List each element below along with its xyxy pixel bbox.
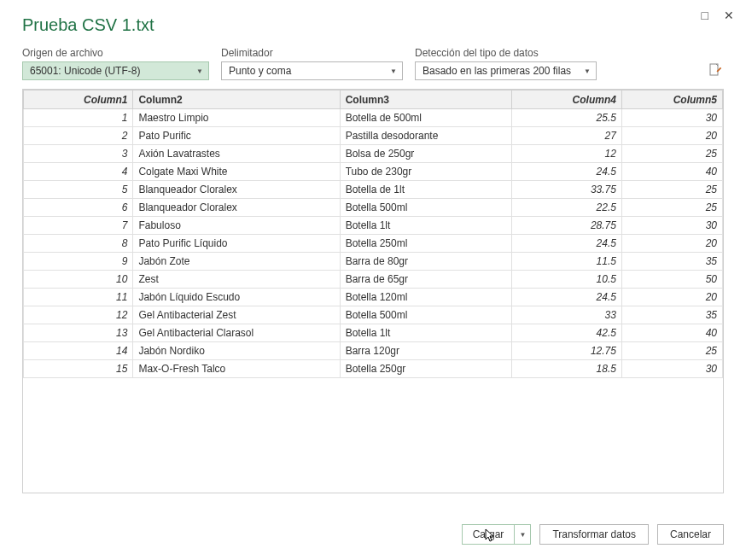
cell: 4 [24, 163, 133, 181]
cell: 22.5 [512, 199, 621, 217]
cell: Axión Lavatrastes [133, 145, 340, 163]
cell: 15 [24, 360, 133, 378]
cell: 25.5 [512, 109, 621, 127]
cell: Botella 1lt [340, 217, 512, 235]
cell: 42.5 [512, 324, 621, 342]
cell: Gel Antibacterial Zest [133, 306, 340, 324]
page-title: Prueba CSV 1.txt [22, 15, 724, 35]
table-row[interactable]: 7FabulosoBotella 1lt28.7530 [24, 217, 723, 235]
cell: Pato Purific Líquido [133, 235, 340, 253]
chevron-down-icon: ▼ [390, 67, 397, 75]
cell: Jabón Nordiko [133, 342, 340, 360]
origin-value: 65001: Unicode (UTF-8) [30, 65, 140, 77]
chevron-down-icon: ▼ [584, 67, 591, 75]
cell: 30 [621, 217, 722, 235]
table-header-row: Column1 Column2 Column3 Column4 Column5 [24, 90, 723, 109]
col-header[interactable]: Column4 [512, 90, 621, 109]
cell: Maestro Limpio [133, 109, 340, 127]
table-row[interactable]: 15Max-O-Fresh TalcoBotella 250gr18.530 [24, 360, 723, 378]
cell: 25 [621, 199, 722, 217]
cell: Tubo de 230gr [340, 163, 512, 181]
cell: 40 [621, 163, 722, 181]
svg-rect-0 [710, 64, 718, 75]
detect-dropdown[interactable]: Basado en las primeras 200 filas ▼ [415, 61, 597, 80]
cell: 5 [24, 181, 133, 199]
delimiter-dropdown[interactable]: Punto y coma ▼ [221, 61, 403, 80]
table-row[interactable]: 5Blanqueador CloralexBotella de 1lt33.75… [24, 181, 723, 199]
cell: Pastilla desodorante [340, 127, 512, 145]
cell: Pato Purific [133, 127, 340, 145]
cell: 2 [24, 127, 133, 145]
table-row[interactable]: 13Gel Antibacterial ClarasolBotella 1lt4… [24, 324, 723, 342]
col-header[interactable]: Column1 [24, 90, 133, 109]
cell: Jabón Zote [133, 253, 340, 271]
cell: 18.5 [512, 360, 621, 378]
table-row[interactable]: 3Axión LavatrastesBolsa de 250gr1225 [24, 145, 723, 163]
cell: 20 [621, 235, 722, 253]
cell: 6 [24, 199, 133, 217]
cell: Max-O-Fresh Talco [133, 360, 340, 378]
cell: 24.5 [512, 289, 621, 306]
cell: Blanqueador Cloralex [133, 199, 340, 217]
table-row[interactable]: 1Maestro LimpioBotella de 500ml25.530 [24, 109, 723, 127]
table-row[interactable]: 14Jabón NordikoBarra 120gr12.7525 [24, 342, 723, 360]
cell: 25 [621, 342, 722, 360]
cell: 10.5 [512, 271, 621, 289]
chevron-down-icon[interactable]: ▼ [515, 531, 530, 539]
cell: 3 [24, 145, 133, 163]
cell: 28.75 [512, 217, 621, 235]
table-row[interactable]: 2Pato PurificPastilla desodorante2720 [24, 127, 723, 145]
origin-label: Origen de archivo [22, 47, 209, 59]
cell: 11.5 [512, 253, 621, 271]
cell: 12 [512, 145, 621, 163]
cell: 7 [24, 217, 133, 235]
cell: 30 [621, 360, 722, 378]
table-row[interactable]: 4Colgate Maxi WhiteTubo de 230gr24.540 [24, 163, 723, 181]
window-controls: □ ✕ [702, 9, 734, 22]
cell: Botella 500ml [340, 199, 512, 217]
col-header[interactable]: Column3 [340, 90, 512, 109]
cell: 8 [24, 235, 133, 253]
load-label: Cargar [473, 528, 504, 540]
cancel-button[interactable]: Cancelar [657, 524, 724, 545]
cell: 11 [24, 289, 133, 306]
cell: 24.5 [512, 235, 621, 253]
cell: Botella de 1lt [340, 181, 512, 199]
delimiter-value: Punto y coma [229, 65, 291, 77]
cell: 33 [512, 306, 621, 324]
edit-settings-button[interactable] [707, 61, 724, 79]
cell: 13 [24, 324, 133, 342]
cell: 20 [621, 289, 722, 306]
close-icon[interactable]: ✕ [724, 9, 734, 22]
cell: 20 [621, 127, 722, 145]
table-row[interactable]: 8Pato Purific LíquidoBotella 250ml24.520 [24, 235, 723, 253]
cell: Barra de 65gr [340, 271, 512, 289]
cell: 1 [24, 109, 133, 127]
transform-button[interactable]: Transformar datos [539, 524, 649, 545]
cell: Fabuloso [133, 217, 340, 235]
cell: Gel Antibacterial Clarasol [133, 324, 340, 342]
table-row[interactable]: 10ZestBarra de 65gr10.550 [24, 271, 723, 289]
cell: 30 [621, 109, 722, 127]
cell: Blanqueador Cloralex [133, 181, 340, 199]
cell: 9 [24, 253, 133, 271]
cell: Zest [133, 271, 340, 289]
origin-dropdown[interactable]: 65001: Unicode (UTF-8) ▼ [22, 61, 209, 80]
cell: 24.5 [512, 163, 621, 181]
detect-label: Detección del tipo de datos [415, 47, 597, 59]
table-row[interactable]: 6Blanqueador CloralexBotella 500ml22.525 [24, 199, 723, 217]
load-button[interactable]: Cargar ▼ [462, 524, 532, 545]
table-row[interactable]: 12Gel Antibacterial ZestBotella 500ml333… [24, 306, 723, 324]
cell: 50 [621, 271, 722, 289]
cell: Barra 120gr [340, 342, 512, 360]
table-row[interactable]: 11Jabón Líquido EscudoBotella 120ml24.52… [24, 289, 723, 306]
preview-table: Column1 Column2 Column3 Column4 Column5 … [22, 89, 724, 493]
col-header[interactable]: Column5 [621, 90, 722, 109]
maximize-icon[interactable]: □ [702, 9, 708, 22]
cell: Botella 250ml [340, 235, 512, 253]
cell: 33.75 [512, 181, 621, 199]
cell: 27 [512, 127, 621, 145]
table-row[interactable]: 9Jabón ZoteBarra de 80gr11.535 [24, 253, 723, 271]
cell: Botella 120ml [340, 289, 512, 306]
col-header[interactable]: Column2 [133, 90, 340, 109]
